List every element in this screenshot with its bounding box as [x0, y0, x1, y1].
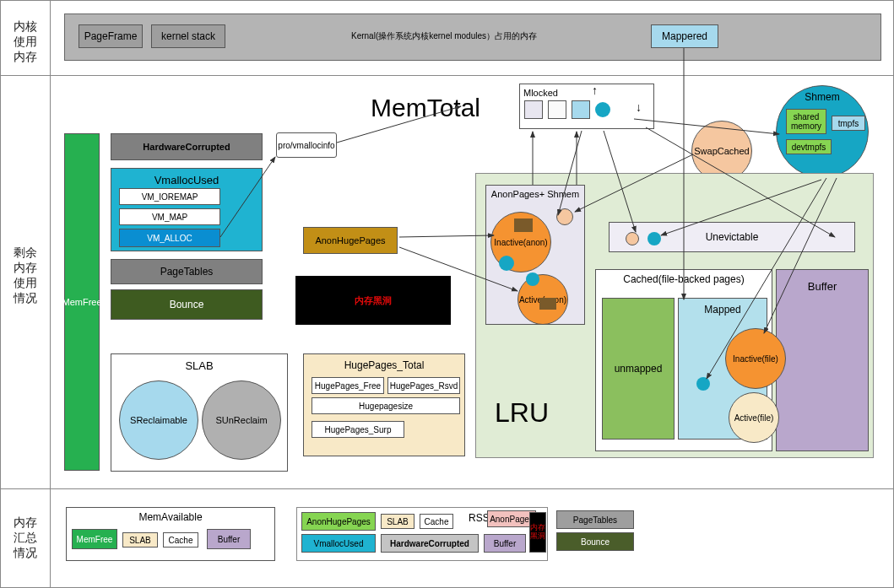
sunreclaim-circle: SUnReclaim	[202, 380, 281, 460]
section-label-remaining: 剩余 内存 使用 情况	[1, 245, 50, 306]
divider	[50, 1, 51, 587]
mlocked-dot3	[572, 100, 590, 119]
hugepages-surp: HugePages_Surp	[312, 421, 404, 438]
anon-brown-2	[539, 298, 556, 310]
arrow-down-icon: ↓	[636, 100, 642, 114]
summary-slab: SLAB	[122, 532, 158, 548]
kernel-stack-box: kernel stack	[151, 24, 225, 48]
unevict-teal	[647, 232, 661, 245]
vm-alloc: VM_ALLOC	[119, 229, 220, 247]
anon-huge-pages-box: AnonHugePages	[303, 227, 398, 254]
inactive-file-circle: Inactive(file)	[725, 328, 786, 389]
summary-cache: Cache	[163, 532, 198, 548]
unevictable-box: Unevictable	[609, 222, 855, 252]
anon-teal-2	[526, 272, 539, 286]
mlocked-dot2	[548, 100, 566, 119]
unevict-peach	[626, 232, 639, 245]
vm-ioremap: VM_IOREMAP	[119, 188, 220, 205]
unmapped-box: unmapped	[602, 298, 675, 440]
memtotal-title: MemTotal	[371, 94, 480, 122]
mapped-teal-dot	[696, 377, 710, 391]
kernel-text: Kernal(操作系统内核kernel modules）占用的内存	[305, 28, 583, 45]
anon-peach-1	[556, 208, 573, 225]
mappered-box: Mappered	[651, 24, 718, 48]
page-tables-box: PageTables	[111, 259, 263, 284]
summary-hwcorrupted: HardwareCorrupted	[381, 534, 479, 553]
anon-teal-1	[499, 256, 514, 271]
black-hole-box: 内存黑洞	[295, 276, 451, 325]
lru-label: LRU	[495, 397, 549, 429]
summary-blackhole: 内存 黑洞	[529, 512, 546, 553]
summary-cache2: Cache	[420, 514, 453, 529]
summary-bounce: Bounce	[556, 532, 634, 551]
section-label-kernel: 内核 使用 内存	[1, 19, 50, 65]
memfree-bar: MemFree	[64, 133, 100, 471]
anon-brown-1	[514, 218, 533, 232]
mlocked-dot4	[595, 102, 610, 117]
summary-anonhuge: AnonHugePages	[301, 512, 376, 531]
hugepages-free: HugePages_Free	[312, 377, 384, 394]
pro-vmallocinfo: pro/vmallocinfo	[276, 132, 337, 158]
summary-vmalloc: VmallocUsed	[301, 534, 376, 553]
buffer-box: Buffer	[776, 269, 869, 451]
shared-memory-box: shared memory	[786, 109, 826, 134]
mlocked-dot1	[524, 100, 543, 119]
summary-pagetables: PageTables	[556, 510, 634, 529]
summary-slab2: SLAB	[381, 514, 414, 529]
hugepagesize: Hugepagesize	[312, 397, 460, 414]
page-frame-box: PageFrame	[79, 24, 143, 48]
summary-buffer: Buffer	[207, 529, 251, 549]
section-label-summary: 内存 汇总 情况	[1, 515, 50, 561]
arrow-up-icon: ↑	[592, 84, 598, 97]
devtmpfs-box: devtmpfs	[786, 139, 832, 154]
active-file-circle: Active(file)	[729, 392, 779, 443]
hardware-corrupted-box: HardwareCorrupted	[111, 133, 263, 160]
diagram-stage: 内核 使用 内存 剩余 内存 使用 情况 内存 汇总 情况 PageFrame …	[0, 0, 894, 588]
divider	[1, 488, 893, 489]
hugepages-rsvd: HugePages_Rsvd	[387, 377, 460, 394]
tmpfs-box: tmpfs	[832, 116, 865, 131]
summary-buffer2: Buffer	[484, 534, 526, 553]
vm-map: VM_MAP	[119, 208, 220, 225]
bounce-box: Bounce	[111, 289, 263, 320]
divider	[1, 75, 893, 76]
sreclaimable-circle: SReclaimable	[119, 380, 198, 460]
rss-label: RSS	[469, 512, 490, 524]
summary-memfree: MemFree	[72, 529, 117, 549]
